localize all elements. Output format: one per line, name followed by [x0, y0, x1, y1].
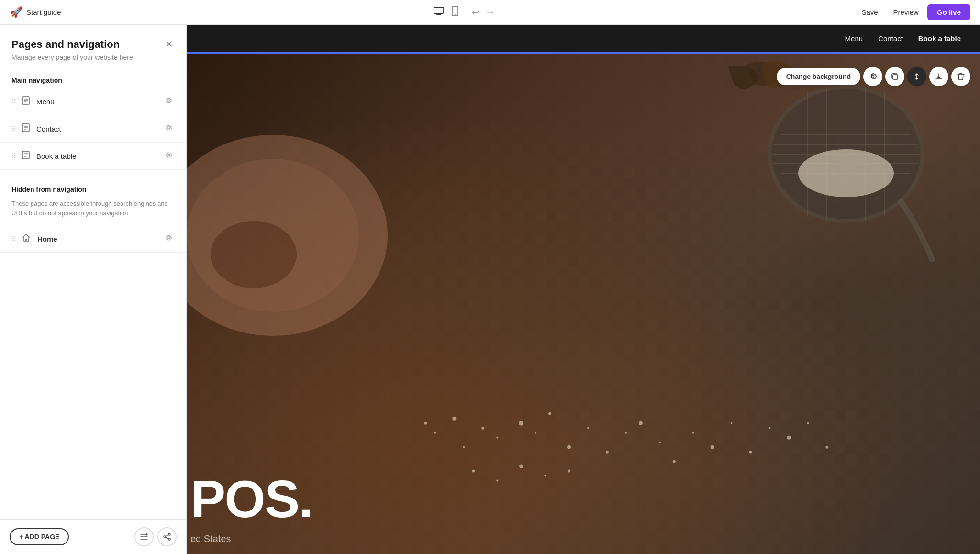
hero-duplicate-button[interactable] [885, 67, 904, 86]
nav-item-book-table[interactable]: ⠿ Book a table [0, 143, 186, 170]
pages-navigation-panel: Pages and navigation Manage every page o… [0, 25, 187, 554]
svg-rect-23 [893, 75, 898, 79]
hidden-nav-section-label: Hidden from navigation [0, 178, 186, 197]
site-navigation-bar: Menu Contact Book a table [187, 25, 980, 54]
hero-section: Change background [187, 54, 980, 554]
nav-item-book-table-label: Book a table [36, 152, 163, 160]
website-preview: Menu Contact Book a table Change backgro… [187, 25, 980, 554]
drag-handle-menu[interactable]: ⠿ [11, 98, 16, 105]
contact-settings-button[interactable] [163, 122, 175, 135]
add-page-button[interactable]: + ADD PAGE [10, 528, 69, 545]
panel-footer: + ADD PAGE [0, 519, 186, 554]
drag-handle-home[interactable]: ⠿ [11, 235, 16, 243]
svg-point-19 [164, 536, 166, 538]
desktop-device-btn[interactable] [431, 4, 447, 21]
svg-point-39 [798, 149, 894, 197]
site-nav-book-table[interactable]: Book a table [918, 34, 961, 43]
hero-download-button[interactable] [929, 67, 948, 86]
nav-item-home-label: Home [37, 235, 163, 243]
panel-scroll-area: Main navigation ⠿ Menu ⠿ Contact [0, 69, 186, 519]
hero-move-button[interactable] [907, 67, 926, 86]
divider [69, 8, 69, 17]
go-live-button[interactable]: Go live [927, 4, 970, 20]
page-icon-book-table [22, 151, 30, 161]
panel-header: Pages and navigation Manage every page o… [0, 25, 186, 69]
top-bar: 🚀 Start guide ↩ ↪ Save Preview Go live [0, 0, 980, 25]
start-guide-label: Start guide [26, 8, 61, 16]
site-nav-menu[interactable]: Menu [845, 34, 863, 43]
drag-handle-book-table[interactable]: ⠿ [11, 152, 16, 160]
main-content: Pages and navigation Manage every page o… [0, 25, 980, 554]
page-icon-menu [22, 96, 30, 107]
panel-title: Pages and navigation [11, 38, 175, 51]
hidden-nav-description: These pages are accessible through searc… [0, 197, 186, 225]
page-icon-contact [22, 123, 30, 134]
leaves-visual [717, 56, 813, 118]
svg-point-20 [168, 538, 170, 540]
preview-button[interactable]: Preview [887, 4, 925, 20]
nav-item-contact[interactable]: ⠿ Contact [0, 115, 186, 143]
hero-sub-text: ed States [190, 533, 231, 544]
nav-item-menu-label: Menu [36, 98, 163, 106]
menu-settings-button[interactable] [163, 95, 175, 108]
nav-item-menu[interactable]: ⠿ Menu [0, 88, 186, 115]
home-icon [22, 233, 31, 244]
nav-item-contact-label: Contact [36, 125, 163, 133]
drag-handle-contact[interactable]: ⠿ [11, 125, 16, 133]
site-nav-contact[interactable]: Contact [878, 34, 903, 43]
top-bar-left: 🚀 Start guide [10, 6, 73, 19]
reorder-pages-button[interactable] [134, 527, 154, 546]
top-bar-center: ↩ ↪ [431, 3, 497, 22]
svg-rect-0 [434, 7, 444, 13]
hero-delete-button[interactable] [951, 67, 970, 86]
rocket-icon: 🚀 [10, 6, 22, 19]
section-divider [0, 174, 186, 174]
panel-subtitle: Manage every page of your website here [11, 54, 175, 61]
book-table-settings-button[interactable] [163, 149, 175, 163]
svg-point-18 [168, 533, 170, 535]
undo-btn[interactable]: ↩ [469, 4, 482, 21]
svg-line-22 [166, 537, 168, 539]
floating-toolbar: Change background [777, 67, 970, 86]
change-background-button[interactable]: Change background [777, 68, 860, 85]
undo-redo-group: ↩ ↪ [469, 4, 497, 21]
plate-visual [187, 92, 388, 341]
main-nav-section-label: Main navigation [0, 69, 186, 88]
svg-point-2 [455, 14, 456, 15]
top-bar-right: Save Preview Go live [855, 4, 970, 20]
home-settings-button[interactable] [163, 232, 175, 245]
footer-icons-group [134, 527, 177, 546]
close-panel-button[interactable]: ✕ [161, 36, 177, 52]
hero-settings-button[interactable] [863, 67, 882, 86]
nav-item-home[interactable]: ⠿ Home [0, 225, 186, 253]
mobile-device-btn[interactable] [449, 3, 461, 22]
redo-btn[interactable]: ↪ [484, 4, 497, 21]
svg-point-26 [211, 221, 297, 288]
svg-line-21 [166, 535, 168, 536]
share-pages-button[interactable] [157, 527, 177, 546]
hero-main-text: POS. [190, 473, 312, 525]
save-button[interactable]: Save [855, 4, 884, 20]
